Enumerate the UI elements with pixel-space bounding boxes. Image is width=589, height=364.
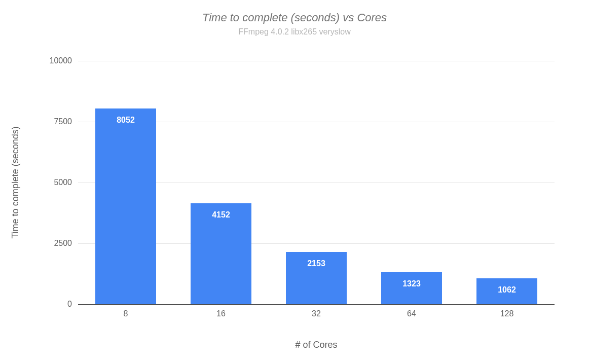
bar: 2153: [286, 252, 347, 304]
bar: 8052: [95, 108, 156, 304]
bar-value-label: 2153: [286, 259, 347, 268]
bar: 4152: [191, 203, 251, 304]
chart-subtitle: FFmpeg 4.0.2 libx265 veryslow: [0, 27, 589, 37]
x-tick-label: 64: [407, 309, 416, 318]
plot-area: 0250050007500100008052841521621533213236…: [78, 61, 555, 304]
y-tick-label: 7500: [54, 117, 72, 126]
y-tick-label: 0: [67, 300, 72, 309]
bar-value-label: 4152: [191, 210, 251, 220]
bar-value-label: 1323: [381, 279, 442, 288]
y-tick-label: 2500: [54, 239, 72, 248]
gridline: [78, 61, 555, 61]
bar-value-label: 1062: [476, 285, 537, 295]
y-axis-title: Time to complete (seconds): [10, 126, 21, 238]
chart-title: Time to complete (seconds) vs Cores: [0, 11, 589, 24]
chart-container: Time to complete (seconds) vs Cores FFmp…: [0, 0, 589, 364]
y-tick-label: 10000: [50, 56, 72, 65]
baseline: [78, 304, 555, 305]
x-tick-label: 128: [500, 309, 514, 318]
x-axis-title: # of Cores: [295, 340, 337, 350]
bar: 1062: [476, 278, 537, 304]
bar: 1323: [381, 272, 442, 305]
x-tick-label: 32: [312, 309, 321, 318]
y-tick-label: 5000: [54, 178, 72, 187]
x-tick-label: 16: [216, 309, 226, 318]
x-tick-label: 8: [124, 309, 128, 318]
bar-value-label: 8052: [95, 116, 156, 125]
